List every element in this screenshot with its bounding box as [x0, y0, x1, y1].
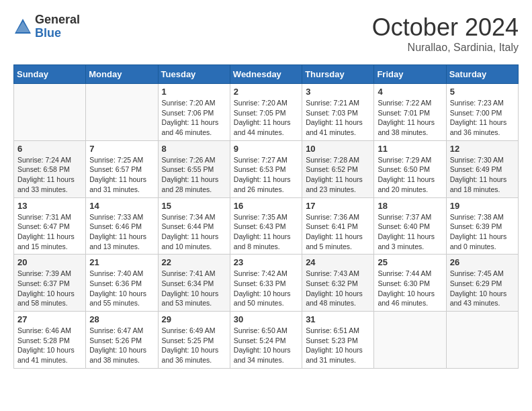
page-header: General Blue October 2024 Nurallao, Sard… [13, 13, 519, 54]
calendar-header-row: SundayMondayTuesdayWednesdayThursdayFrid… [14, 65, 519, 84]
calendar-day-cell [86, 84, 158, 141]
day-info: Sunrise: 6:46 AM Sunset: 5:28 PM Dayligh… [17, 326, 75, 364]
calendar-day-cell: 12Sunrise: 7:30 AM Sunset: 6:49 PM Dayli… [446, 140, 518, 197]
day-number: 29 [162, 314, 226, 324]
day-number: 22 [162, 257, 226, 267]
day-number: 7 [89, 144, 154, 154]
logo-text: General Blue [35, 13, 80, 40]
day-of-week-header: Wednesday [230, 65, 302, 84]
day-of-week-header: Tuesday [158, 65, 230, 84]
calendar-week-row: 1Sunrise: 7:20 AM Sunset: 7:06 PM Daylig… [14, 84, 519, 141]
location-subtitle: Nurallao, Sardinia, Italy [372, 42, 519, 54]
logo-icon [13, 17, 32, 36]
calendar-day-cell: 15Sunrise: 7:34 AM Sunset: 6:44 PM Dayli… [158, 197, 230, 255]
day-number: 2 [234, 87, 298, 97]
logo-general: General [35, 13, 80, 27]
month-title: October 2024 [372, 13, 519, 42]
calendar-day-cell: 13Sunrise: 7:31 AM Sunset: 6:47 PM Dayli… [14, 197, 86, 255]
day-info: Sunrise: 7:20 AM Sunset: 7:05 PM Dayligh… [234, 99, 291, 136]
day-info: Sunrise: 7:39 AM Sunset: 6:37 PM Dayligh… [17, 269, 75, 307]
day-number: 25 [378, 257, 442, 267]
calendar-day-cell: 17Sunrise: 7:36 AM Sunset: 6:41 PM Dayli… [302, 197, 374, 255]
calendar-day-cell [14, 84, 86, 141]
day-info: Sunrise: 7:22 AM Sunset: 7:01 PM Dayligh… [378, 99, 435, 136]
day-info: Sunrise: 7:28 AM Sunset: 6:52 PM Dayligh… [306, 156, 363, 193]
calendar-day-cell: 18Sunrise: 7:37 AM Sunset: 6:40 PM Dayli… [374, 197, 446, 255]
calendar-day-cell: 2Sunrise: 7:20 AM Sunset: 7:05 PM Daylig… [230, 84, 302, 141]
day-number: 20 [17, 257, 82, 267]
day-info: Sunrise: 7:21 AM Sunset: 7:03 PM Dayligh… [306, 99, 363, 136]
day-info: Sunrise: 7:40 AM Sunset: 6:36 PM Dayligh… [89, 269, 146, 307]
calendar-table: SundayMondayTuesdayWednesdayThursdayFrid… [13, 64, 519, 369]
calendar-day-cell: 23Sunrise: 7:42 AM Sunset: 6:33 PM Dayli… [230, 255, 302, 312]
day-info: Sunrise: 7:43 AM Sunset: 6:32 PM Dayligh… [306, 269, 363, 307]
day-number: 11 [378, 144, 442, 154]
logo: General Blue [13, 13, 80, 40]
day-of-week-header: Saturday [446, 65, 518, 84]
calendar-day-cell: 5Sunrise: 7:23 AM Sunset: 7:00 PM Daylig… [446, 84, 518, 141]
svg-marker-1 [16, 21, 30, 32]
calendar-day-cell: 27Sunrise: 6:46 AM Sunset: 5:28 PM Dayli… [14, 312, 86, 369]
calendar-day-cell: 8Sunrise: 7:26 AM Sunset: 6:55 PM Daylig… [158, 140, 230, 197]
day-info: Sunrise: 7:45 AM Sunset: 6:29 PM Dayligh… [450, 269, 507, 307]
calendar-day-cell: 20Sunrise: 7:39 AM Sunset: 6:37 PM Dayli… [14, 255, 86, 312]
day-number: 6 [17, 144, 82, 154]
day-number: 24 [306, 257, 370, 267]
calendar-day-cell: 3Sunrise: 7:21 AM Sunset: 7:03 PM Daylig… [302, 84, 374, 141]
day-number: 8 [162, 144, 226, 154]
calendar-day-cell: 4Sunrise: 7:22 AM Sunset: 7:01 PM Daylig… [374, 84, 446, 141]
day-of-week-header: Monday [86, 65, 158, 84]
day-info: Sunrise: 7:27 AM Sunset: 6:53 PM Dayligh… [234, 156, 291, 193]
calendar-day-cell: 29Sunrise: 6:49 AM Sunset: 5:25 PM Dayli… [158, 312, 230, 369]
day-number: 12 [450, 144, 515, 154]
day-number: 19 [450, 201, 515, 211]
day-info: Sunrise: 7:38 AM Sunset: 6:39 PM Dayligh… [450, 213, 507, 250]
day-of-week-header: Thursday [302, 65, 374, 84]
calendar-day-cell [374, 312, 446, 369]
day-number: 30 [234, 314, 298, 324]
calendar-week-row: 13Sunrise: 7:31 AM Sunset: 6:47 PM Dayli… [14, 197, 519, 255]
day-info: Sunrise: 7:34 AM Sunset: 6:44 PM Dayligh… [162, 213, 219, 250]
calendar-day-cell: 11Sunrise: 7:29 AM Sunset: 6:50 PM Dayli… [374, 140, 446, 197]
calendar-week-row: 20Sunrise: 7:39 AM Sunset: 6:37 PM Dayli… [14, 255, 519, 312]
calendar-day-cell: 14Sunrise: 7:33 AM Sunset: 6:46 PM Dayli… [86, 197, 158, 255]
day-number: 27 [17, 314, 82, 324]
day-info: Sunrise: 7:25 AM Sunset: 6:57 PM Dayligh… [89, 156, 146, 193]
title-section: October 2024 Nurallao, Sardinia, Italy [372, 13, 519, 54]
day-number: 16 [234, 201, 298, 211]
day-info: Sunrise: 7:24 AM Sunset: 6:58 PM Dayligh… [17, 156, 75, 193]
day-info: Sunrise: 7:35 AM Sunset: 6:43 PM Dayligh… [234, 213, 291, 250]
logo-blue: Blue [35, 27, 80, 40]
day-info: Sunrise: 7:36 AM Sunset: 6:41 PM Dayligh… [306, 213, 363, 250]
day-info: Sunrise: 7:37 AM Sunset: 6:40 PM Dayligh… [378, 213, 435, 250]
day-number: 4 [378, 87, 442, 97]
calendar-day-cell: 16Sunrise: 7:35 AM Sunset: 6:43 PM Dayli… [230, 197, 302, 255]
day-number: 15 [162, 201, 226, 211]
day-info: Sunrise: 7:23 AM Sunset: 7:00 PM Dayligh… [450, 99, 507, 136]
calendar-day-cell: 24Sunrise: 7:43 AM Sunset: 6:32 PM Dayli… [302, 255, 374, 312]
day-info: Sunrise: 7:30 AM Sunset: 6:49 PM Dayligh… [450, 156, 507, 193]
day-info: Sunrise: 7:20 AM Sunset: 7:06 PM Dayligh… [162, 99, 219, 136]
day-number: 13 [17, 201, 82, 211]
calendar-day-cell: 6Sunrise: 7:24 AM Sunset: 6:58 PM Daylig… [14, 140, 86, 197]
calendar-week-row: 6Sunrise: 7:24 AM Sunset: 6:58 PM Daylig… [14, 140, 519, 197]
day-info: Sunrise: 7:26 AM Sunset: 6:55 PM Dayligh… [162, 156, 219, 193]
calendar-day-cell: 25Sunrise: 7:44 AM Sunset: 6:30 PM Dayli… [374, 255, 446, 312]
day-number: 26 [450, 257, 515, 267]
calendar-day-cell: 30Sunrise: 6:50 AM Sunset: 5:24 PM Dayli… [230, 312, 302, 369]
day-info: Sunrise: 7:44 AM Sunset: 6:30 PM Dayligh… [378, 269, 435, 307]
day-info: Sunrise: 6:49 AM Sunset: 5:25 PM Dayligh… [162, 326, 219, 364]
day-number: 23 [234, 257, 298, 267]
day-of-week-header: Friday [374, 65, 446, 84]
day-number: 21 [89, 257, 154, 267]
calendar-day-cell [446, 312, 518, 369]
calendar-week-row: 27Sunrise: 6:46 AM Sunset: 5:28 PM Dayli… [14, 312, 519, 369]
calendar-day-cell: 21Sunrise: 7:40 AM Sunset: 6:36 PM Dayli… [86, 255, 158, 312]
calendar-day-cell: 10Sunrise: 7:28 AM Sunset: 6:52 PM Dayli… [302, 140, 374, 197]
day-number: 5 [450, 87, 515, 97]
day-info: Sunrise: 7:33 AM Sunset: 6:46 PM Dayligh… [89, 213, 146, 250]
day-info: Sunrise: 6:51 AM Sunset: 5:23 PM Dayligh… [306, 326, 363, 364]
day-number: 3 [306, 87, 370, 97]
calendar-day-cell: 26Sunrise: 7:45 AM Sunset: 6:29 PM Dayli… [446, 255, 518, 312]
calendar-day-cell: 9Sunrise: 7:27 AM Sunset: 6:53 PM Daylig… [230, 140, 302, 197]
